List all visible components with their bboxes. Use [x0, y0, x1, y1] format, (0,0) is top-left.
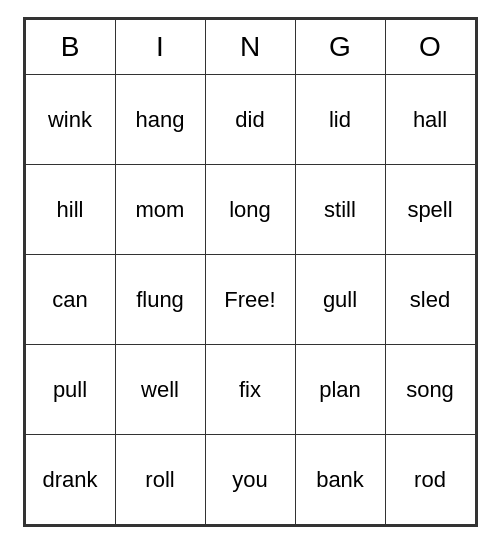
cell-r4-c4: rod: [385, 435, 475, 525]
table-row: drankrollyoubankrod: [25, 435, 475, 525]
cell-r3-c0: pull: [25, 345, 115, 435]
header-col-b: B: [25, 20, 115, 75]
cell-r3-c3: plan: [295, 345, 385, 435]
cell-r3-c4: song: [385, 345, 475, 435]
cell-r0-c3: lid: [295, 75, 385, 165]
cell-r2-c2: Free!: [205, 255, 295, 345]
cell-r2-c0: can: [25, 255, 115, 345]
cell-r0-c0: wink: [25, 75, 115, 165]
cell-r4-c3: bank: [295, 435, 385, 525]
table-row: hillmomlongstillspell: [25, 165, 475, 255]
cell-r1-c1: mom: [115, 165, 205, 255]
cell-r4-c2: you: [205, 435, 295, 525]
cell-r3-c2: fix: [205, 345, 295, 435]
cell-r0-c4: hall: [385, 75, 475, 165]
header-col-o: O: [385, 20, 475, 75]
cell-r2-c3: gull: [295, 255, 385, 345]
cell-r0-c1: hang: [115, 75, 205, 165]
cell-r1-c4: spell: [385, 165, 475, 255]
table-row: canflungFree!gullsled: [25, 255, 475, 345]
bingo-card: BINGO winkhangdidlidhallhillmomlongstill…: [23, 17, 478, 527]
header-col-i: I: [115, 20, 205, 75]
cell-r0-c2: did: [205, 75, 295, 165]
cell-r4-c1: roll: [115, 435, 205, 525]
cell-r1-c0: hill: [25, 165, 115, 255]
header-col-n: N: [205, 20, 295, 75]
header-col-g: G: [295, 20, 385, 75]
cell-r4-c0: drank: [25, 435, 115, 525]
cell-r1-c3: still: [295, 165, 385, 255]
cell-r3-c1: well: [115, 345, 205, 435]
bingo-table: BINGO winkhangdidlidhallhillmomlongstill…: [25, 19, 476, 525]
table-row: pullwellfixplansong: [25, 345, 475, 435]
table-row: winkhangdidlidhall: [25, 75, 475, 165]
header-row: BINGO: [25, 20, 475, 75]
cell-r2-c4: sled: [385, 255, 475, 345]
cell-r2-c1: flung: [115, 255, 205, 345]
cell-r1-c2: long: [205, 165, 295, 255]
